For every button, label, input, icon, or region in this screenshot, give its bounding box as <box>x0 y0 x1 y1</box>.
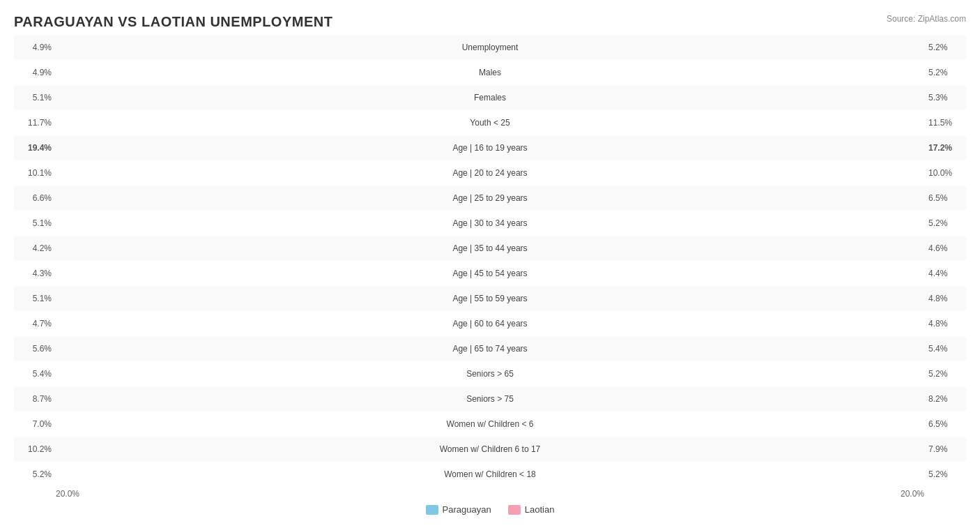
chart-row: 5.4%Seniors > 655.2% <box>14 362 966 386</box>
bars-wrapper: Women w/ Children < 18 <box>56 462 924 486</box>
right-value: 8.2% <box>924 394 966 404</box>
chart-row: 4.9%Unemployment5.2% <box>14 36 966 59</box>
left-value: 4.9% <box>14 43 56 52</box>
row-label: Age | 16 to 19 years <box>452 143 527 153</box>
bars-wrapper: Women w/ Children < 6 <box>56 412 924 436</box>
row-label: Youth < 25 <box>470 118 510 128</box>
left-value: 4.3% <box>14 269 56 278</box>
chart-row: 6.6%Age | 25 to 29 years6.5% <box>14 186 966 210</box>
chart-row: 4.2%Age | 35 to 44 years4.6% <box>14 236 966 260</box>
legend-laotian-color <box>508 505 521 515</box>
chart-row: 11.7%Youth < 2511.5% <box>14 111 966 135</box>
bars-wrapper: Seniors > 65 <box>56 362 924 386</box>
row-label: Seniors > 75 <box>466 394 514 404</box>
chart-row: 5.1%Age | 55 to 59 years4.8% <box>14 287 966 310</box>
legend-paraguayan: Paraguayan <box>426 504 491 515</box>
bars-wrapper: Age | 60 to 64 years <box>56 312 924 335</box>
scale-right: 20.0% <box>901 489 924 499</box>
chart-row: 4.7%Age | 60 to 64 years4.8% <box>14 312 966 335</box>
bars-wrapper: Age | 30 to 34 years <box>56 211 924 235</box>
bars-wrapper: Age | 35 to 44 years <box>56 236 924 260</box>
left-value: 11.7% <box>14 118 56 128</box>
left-value: 5.4% <box>14 369 56 379</box>
left-value: 5.1% <box>14 218 56 228</box>
left-value: 5.6% <box>14 344 56 354</box>
left-value: 8.7% <box>14 394 56 404</box>
bars-wrapper: Age | 25 to 29 years <box>56 186 924 210</box>
legend-laotian-label: Laotian <box>525 504 555 515</box>
row-label: Women w/ Children < 6 <box>447 419 534 429</box>
chart-row: 4.3%Age | 45 to 54 years4.4% <box>14 262 966 285</box>
chart-row: 4.9%Males5.2% <box>14 61 966 84</box>
chart-row: 5.1%Females5.3% <box>14 86 966 110</box>
legend-paraguayan-label: Paraguayan <box>443 504 491 515</box>
right-value: 17.2% <box>924 143 966 153</box>
row-label: Women w/ Children 6 to 17 <box>440 444 541 454</box>
bars-wrapper: Age | 16 to 19 years <box>56 136 924 160</box>
legend-laotian: Laotian <box>508 504 555 515</box>
bars-wrapper: Age | 65 to 74 years <box>56 337 924 361</box>
bars-wrapper: Age | 20 to 24 years <box>56 161 924 185</box>
row-label: Males <box>479 68 501 77</box>
bars-wrapper: Age | 45 to 54 years <box>56 262 924 285</box>
scale-left: 20.0% <box>56 489 79 499</box>
row-label: Age | 60 to 64 years <box>452 319 527 329</box>
bars-wrapper: Women w/ Children 6 to 17 <box>56 437 924 461</box>
chart-row: 19.4%Age | 16 to 19 years17.2% <box>14 136 966 160</box>
left-value: 10.2% <box>14 444 56 454</box>
right-value: 5.2% <box>924 469 966 479</box>
chart-row: 10.2%Women w/ Children 6 to 177.9% <box>14 437 966 461</box>
chart-row: 5.1%Age | 30 to 34 years5.2% <box>14 211 966 235</box>
left-value: 5.1% <box>14 294 56 303</box>
source-text: Source: ZipAtlas.com <box>887 14 966 24</box>
bars-wrapper: Seniors > 75 <box>56 387 924 411</box>
right-value: 5.2% <box>924 43 966 52</box>
right-value: 5.2% <box>924 68 966 77</box>
right-value: 6.5% <box>924 193 966 203</box>
chart-title: PARAGUAYAN VS LAOTIAN UNEMPLOYMENT <box>14 14 966 30</box>
bottom-scale: 20.0% 20.0% <box>14 489 966 499</box>
left-value: 4.2% <box>14 243 56 253</box>
legend-paraguayan-color <box>426 505 438 515</box>
left-value: 10.1% <box>14 168 56 178</box>
right-value: 7.9% <box>924 444 966 454</box>
bars-wrapper: Age | 55 to 59 years <box>56 287 924 310</box>
right-value: 4.8% <box>924 319 966 329</box>
row-label: Females <box>474 93 506 103</box>
row-label: Age | 35 to 44 years <box>452 243 527 253</box>
bars-wrapper: Youth < 25 <box>56 111 924 135</box>
row-label: Age | 65 to 74 years <box>452 344 527 354</box>
right-value: 5.4% <box>924 344 966 354</box>
chart-row: 10.1%Age | 20 to 24 years10.0% <box>14 161 966 185</box>
chart-row: 5.6%Age | 65 to 74 years5.4% <box>14 337 966 361</box>
chart-row: 8.7%Seniors > 758.2% <box>14 387 966 411</box>
bars-wrapper: Unemployment <box>56 36 924 59</box>
left-value: 4.9% <box>14 68 56 77</box>
left-value: 19.4% <box>14 143 56 153</box>
right-value: 11.5% <box>924 118 966 128</box>
left-value: 5.1% <box>14 93 56 103</box>
right-value: 10.0% <box>924 168 966 178</box>
bars-wrapper: Females <box>56 86 924 110</box>
right-value: 6.5% <box>924 419 966 429</box>
row-label: Seniors > 65 <box>466 369 514 379</box>
bottom-legend: Paraguayan Laotian <box>14 504 966 515</box>
row-label: Age | 55 to 59 years <box>452 294 527 303</box>
row-label: Age | 25 to 29 years <box>452 193 527 203</box>
chart-area: 4.9%Unemployment5.2%4.9%Males5.2%5.1%Fem… <box>14 36 966 486</box>
chart-row: 7.0%Women w/ Children < 66.5% <box>14 412 966 436</box>
row-label: Age | 20 to 24 years <box>452 168 527 178</box>
right-value: 5.3% <box>924 93 966 103</box>
right-value: 4.8% <box>924 294 966 303</box>
left-value: 4.7% <box>14 319 56 329</box>
bars-wrapper: Males <box>56 61 924 84</box>
chart-row: 5.2%Women w/ Children < 185.2% <box>14 462 966 486</box>
right-value: 5.2% <box>924 218 966 228</box>
row-label: Unemployment <box>462 43 519 52</box>
right-value: 5.2% <box>924 369 966 379</box>
right-value: 4.6% <box>924 243 966 253</box>
chart-container: PARAGUAYAN VS LAOTIAN UNEMPLOYMENT Sourc… <box>0 0 980 528</box>
row-label: Age | 45 to 54 years <box>452 269 527 278</box>
left-value: 7.0% <box>14 419 56 429</box>
right-value: 4.4% <box>924 269 966 278</box>
